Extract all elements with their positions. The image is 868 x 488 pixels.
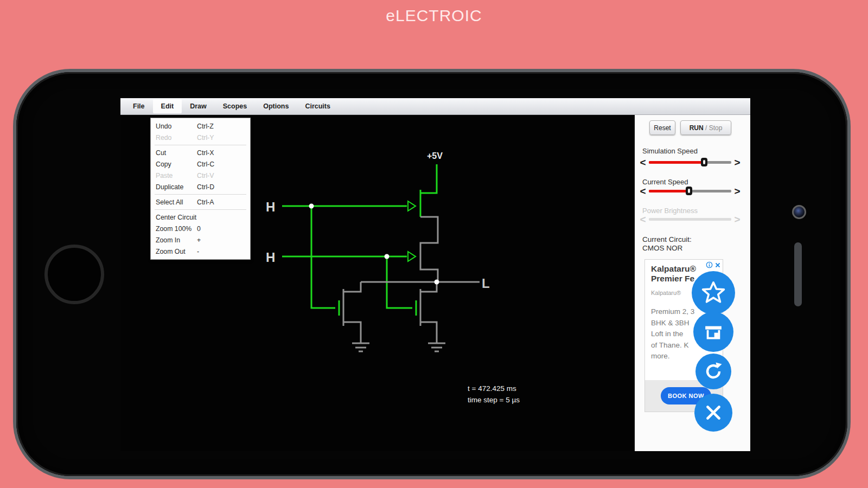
menu-item-paste: Paste Ctrl-V	[151, 170, 250, 181]
ad-choices[interactable]	[706, 261, 721, 268]
menu-separator	[155, 145, 246, 145]
menu-item-cut[interactable]: Cut Ctrl-X	[151, 147, 250, 158]
slider-track[interactable]	[649, 190, 731, 192]
ad-attribution: Kalpataru®	[651, 290, 681, 296]
control-sidebar: Reset RUN / Stop Simulation Speed < > Cu…	[635, 115, 750, 451]
close-icon	[702, 401, 725, 424]
menubar-item-scopes[interactable]: Scopes	[215, 99, 255, 113]
storefront-icon	[701, 320, 725, 344]
edit-menu-dropdown: Undo Ctrl-Z Redo Ctrl-Y Cut Ctrl-X Copy …	[150, 118, 251, 260]
star-icon	[700, 280, 726, 306]
favorite-fab[interactable]	[692, 271, 735, 314]
menu-item-select-all[interactable]: Select All Ctrl-A	[151, 196, 250, 208]
app-title: eLECTROIC	[0, 7, 868, 25]
phone-speaker	[794, 242, 802, 306]
phone-frame: +5V H H L t = 472.425 ms time step = 5 µ…	[16, 72, 847, 476]
slider-increase-icon[interactable]: >	[734, 186, 741, 196]
menu-item-zoom-in[interactable]: Zoom In +	[151, 234, 250, 246]
page-background: eLECTROIC	[0, 0, 868, 488]
current-circuit-label: Current Circuit:	[642, 235, 692, 243]
refresh-fab[interactable]	[695, 354, 731, 389]
phone-camera-icon	[792, 205, 806, 219]
slider-fill	[649, 161, 704, 164]
slider-increase-icon[interactable]: >	[734, 157, 741, 168]
menu-item-copy[interactable]: Copy Ctrl-C	[151, 158, 250, 170]
menu-item-zoom-out[interactable]: Zoom Out -	[151, 246, 250, 257]
ad-headline[interactable]: Kalpataru® Premier Fe	[651, 264, 696, 284]
reset-button[interactable]: Reset	[649, 120, 675, 135]
ad-close-icon[interactable]	[714, 262, 721, 268]
store-fab[interactable]	[693, 312, 733, 352]
run-stop-button[interactable]: RUN / Stop	[680, 120, 731, 135]
menu-separator	[155, 209, 246, 210]
menu-bar: File Edit Draw Scopes Options Circuits	[120, 98, 750, 115]
menu-item-redo: Redo Ctrl-Y	[151, 132, 250, 143]
circuit-simulator-app: +5V H H L t = 472.425 ms time step = 5 µ…	[120, 98, 750, 451]
slider-decrease-icon[interactable]: <	[640, 186, 646, 196]
slider-handle[interactable]	[686, 187, 692, 195]
slider-track[interactable]	[649, 161, 731, 164]
slider-handle[interactable]	[701, 158, 707, 166]
menu-item-center-circuit[interactable]: Center Circuit	[151, 211, 250, 223]
power-brightness-slider: < >	[640, 213, 746, 225]
current-speed-slider[interactable]: < >	[640, 185, 746, 197]
menubar-item-file[interactable]: File	[125, 99, 153, 113]
slider-increase-icon: >	[734, 214, 741, 224]
ad-body-text: Premium 2, 3 BHK & 3BH Loft in the of Th…	[651, 306, 694, 362]
menubar-item-draw[interactable]: Draw	[182, 99, 215, 113]
ad-info-icon[interactable]	[706, 261, 713, 268]
menu-item-duplicate[interactable]: Duplicate Ctrl-D	[151, 181, 250, 192]
menubar-item-edit[interactable]: Edit	[153, 99, 182, 113]
menu-item-undo[interactable]: Undo Ctrl-Z	[151, 120, 250, 132]
slider-fill	[649, 190, 689, 192]
menubar-item-options[interactable]: Options	[255, 99, 297, 113]
slider-decrease-icon[interactable]: <	[640, 157, 646, 168]
simulation-speed-slider[interactable]: < >	[640, 156, 746, 168]
simulation-speed-label: Simulation Speed	[642, 147, 698, 155]
menu-separator	[155, 194, 246, 195]
menu-item-zoom-100[interactable]: Zoom 100% 0	[151, 223, 250, 234]
slider-track	[649, 218, 731, 221]
refresh-icon	[703, 361, 724, 382]
phone-home-button	[44, 245, 104, 304]
menubar-item-circuits[interactable]: Circuits	[297, 99, 339, 113]
close-fab[interactable]	[694, 394, 732, 432]
current-circuit-name: CMOS NOR	[642, 244, 682, 252]
slider-decrease-icon: <	[640, 214, 646, 224]
